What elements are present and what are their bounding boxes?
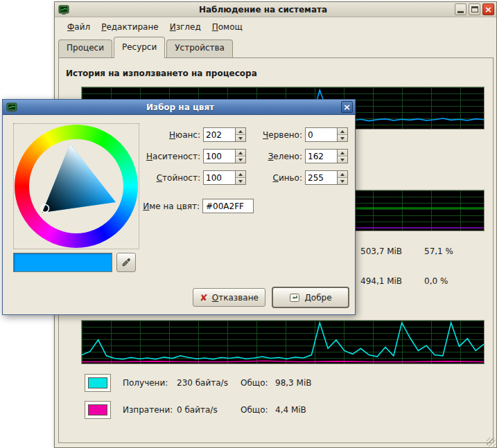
- cancel-icon: ✘: [200, 293, 208, 303]
- menu-edit[interactable]: Редактиране: [96, 19, 164, 35]
- received-color-chip: [88, 377, 107, 388]
- green-spinbox: [305, 149, 348, 163]
- saturation-value-triangle[interactable]: [14, 124, 139, 249]
- red-increment-button[interactable]: [338, 128, 347, 134]
- cancel-button-label: Отказване: [212, 293, 259, 303]
- system-monitor-app-icon: [58, 4, 69, 15]
- minimize-button[interactable]: [455, 3, 467, 15]
- blue-spin-buttons: [337, 171, 347, 184]
- dialog-title: Избор на цвят: [19, 102, 341, 112]
- down-arrow-icon: [340, 180, 345, 185]
- tab-devices[interactable]: Устройства: [166, 39, 233, 57]
- color-preview: [13, 253, 112, 272]
- resize-grip[interactable]: [487, 438, 496, 447]
- hue-label: Нюанс:: [100, 130, 200, 140]
- dialog-titlebar[interactable]: Избор на цвят ×: [3, 100, 355, 115]
- green-field-row: Зелено:: [225, 149, 348, 163]
- sent-label: Изпратени:: [123, 405, 177, 415]
- window-title: Наблюдение на системата: [71, 5, 455, 15]
- network-history-chart: [81, 320, 485, 364]
- up-arrow-icon: [340, 171, 345, 176]
- color-picker-dialog: Избор на цвят ×: [2, 99, 356, 315]
- tab-processes[interactable]: Процеси: [58, 39, 112, 57]
- memory-usage-row: 503,7 MiB 57,1 %: [360, 247, 497, 256]
- sent-total-label: Общо:: [241, 405, 275, 415]
- maximize-button[interactable]: [469, 3, 480, 15]
- red-input[interactable]: [306, 128, 337, 141]
- close-icon: ×: [485, 5, 492, 14]
- network-sent-row: Изпратени: 0 байта/s Общо: 4,4 MiB: [85, 401, 306, 419]
- down-arrow-icon: [340, 159, 345, 163]
- value-label: Стойност:: [100, 173, 200, 183]
- tab-bar: Процеси Ресурси Устройства: [58, 37, 234, 58]
- dialog-app-icon: [6, 102, 17, 113]
- received-color-button[interactable]: [85, 374, 111, 392]
- dialog-window-buttons: ×: [341, 101, 353, 113]
- red-label: Червено:: [225, 130, 302, 140]
- cancel-button[interactable]: ✘ Отказване: [193, 288, 265, 307]
- memory-percent: 57,1 %: [424, 247, 453, 256]
- swap-amount: 494,1 MiB: [360, 276, 424, 286]
- up-arrow-icon: [340, 128, 345, 133]
- blue-decrement-button[interactable]: [338, 177, 347, 184]
- blue-label: Синьо:: [225, 173, 302, 183]
- received-total: 98,3 MiB: [275, 378, 311, 388]
- received-label: Получени:: [123, 378, 177, 388]
- green-decrement-button[interactable]: [338, 156, 347, 163]
- down-arrow-icon: [340, 137, 345, 142]
- eyedropper-button[interactable]: [116, 253, 136, 272]
- close-button[interactable]: ×: [482, 3, 494, 15]
- color-name-row: Име на цвят:: [100, 199, 254, 213]
- up-arrow-icon: [340, 150, 345, 154]
- menu-help[interactable]: Помощ: [207, 19, 248, 35]
- color-wheel[interactable]: [13, 123, 139, 249]
- received-total-label: Общо:: [241, 378, 275, 388]
- sent-color-chip: [88, 404, 107, 415]
- green-spin-buttons: [337, 150, 347, 163]
- minimize-icon: [457, 11, 464, 13]
- swap-usage-row: 494,1 MiB 0,0 %: [360, 276, 497, 286]
- main-titlebar[interactable]: Наблюдение на системата ×: [55, 2, 496, 17]
- sent-total: 4,4 MiB: [275, 405, 306, 415]
- green-increment-button[interactable]: [338, 150, 347, 156]
- red-field-row: Червено:: [225, 127, 348, 142]
- color-name-input[interactable]: [202, 199, 254, 213]
- red-spin-buttons: [337, 128, 347, 141]
- saturation-label: Наситеност:: [100, 152, 200, 161]
- memory-amount: 503,7 MiB: [360, 247, 424, 256]
- color-name-label: Име на цвят:: [100, 201, 200, 211]
- green-input[interactable]: [306, 150, 337, 163]
- menubar: Файл Редактиране Изглед Помощ: [55, 18, 496, 35]
- sent-color-button[interactable]: [85, 401, 111, 419]
- menu-file[interactable]: Файл: [62, 19, 96, 35]
- ok-icon: [289, 292, 300, 303]
- dialog-close-button[interactable]: ×: [341, 101, 353, 113]
- maximize-icon: [471, 6, 478, 12]
- window-buttons: ×: [455, 3, 494, 15]
- blue-field-row: Синьо:: [225, 170, 348, 185]
- network-received-row: Получени: 230 байта/s Общо: 98,3 MiB: [85, 374, 311, 392]
- red-decrement-button[interactable]: [338, 134, 347, 141]
- blue-input[interactable]: [306, 171, 337, 184]
- dialog-close-icon: ×: [343, 102, 351, 111]
- red-spinbox: [305, 127, 348, 142]
- swap-percent: 0,0 %: [424, 276, 448, 286]
- eyedropper-icon: [121, 257, 132, 268]
- cpu-section-title: История на използването на процесора: [66, 69, 257, 78]
- ok-button[interactable]: Добре: [272, 287, 349, 308]
- received-rate: 230 байта/s: [177, 378, 241, 388]
- ok-button-label: Добре: [304, 293, 331, 303]
- blue-increment-button[interactable]: [338, 171, 347, 177]
- tab-resources[interactable]: Ресурси: [114, 37, 165, 58]
- desktop: Наблюдение на системата × Файл Редактира…: [0, 0, 497, 448]
- sent-rate: 0 байта/s: [177, 405, 241, 415]
- green-label: Зелено:: [225, 152, 302, 161]
- menu-view[interactable]: Изглед: [164, 19, 207, 35]
- blue-spinbox: [305, 170, 348, 185]
